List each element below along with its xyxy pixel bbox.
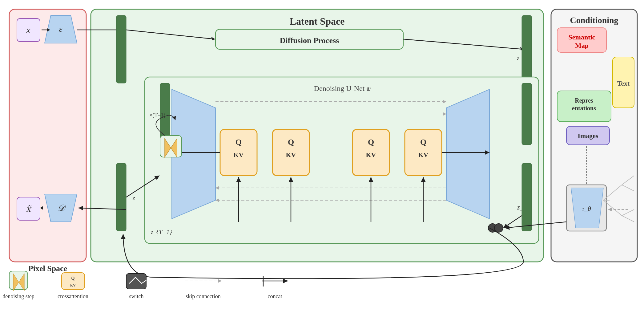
diffusion-process-label: Diffusion Process [280, 36, 339, 45]
tau-label: τ_θ [582, 205, 591, 213]
repres-label2: entations [572, 105, 596, 112]
unet-theta: θ [368, 86, 371, 92]
pixel-space-title: Pixel Space [28, 264, 67, 273]
legend-denoise-label: denoising step [2, 293, 34, 299]
latent-space-title: Latent Space [290, 16, 345, 27]
pillar-left-bot [116, 163, 126, 231]
pillar-right-1 [522, 15, 532, 83]
attn-kv-4: KV [418, 151, 429, 159]
attn-q-4: Q [420, 138, 426, 147]
attn-kv-1: KV [234, 151, 244, 159]
legend-switch-icon [126, 274, 146, 289]
denoising-step-icon-main [160, 136, 182, 157]
attn-q-3: Q [368, 138, 374, 147]
t-minus-1-label: ×(T−1) [149, 112, 165, 119]
zt-1-label: z_{T−1} [151, 229, 172, 235]
legend-denoise-icon [9, 271, 28, 290]
unet-right-trap [446, 89, 489, 219]
concat-switch-dot2 [494, 224, 503, 232]
attn-q-1: Q [235, 138, 242, 147]
attn-kv-2: KV [286, 151, 296, 159]
images-label: Images [578, 132, 598, 140]
pixel-space-box [9, 9, 86, 262]
attn-kv-3: KV [366, 151, 376, 159]
legend-attn-q: Q [71, 276, 75, 281]
legend-concat-label: concat [268, 293, 282, 299]
repres-label1: Repres [575, 97, 593, 104]
attn-q-2: Q [288, 138, 294, 147]
legend-attn-label: crossattention [58, 293, 88, 299]
pillar-inner-right [522, 83, 532, 145]
legend-attn-kv: KV [70, 283, 76, 287]
semantic-map-label2: Map [575, 42, 589, 49]
unet-label: Denoising U-Net ε [314, 84, 370, 92]
pillar-right-bot [522, 163, 532, 231]
legend-skip-label: skip connection [186, 293, 220, 299]
pillar-left-1 [116, 15, 126, 83]
text-label: Text [617, 79, 630, 87]
semantic-map-label: Semantic [569, 33, 595, 41]
legend-switch-label: switch [129, 293, 144, 299]
conditioning-title: Conditioning [570, 15, 618, 25]
z-label-bot: z [132, 194, 135, 202]
encoder-label: ε [59, 24, 62, 34]
x-label: x [26, 24, 30, 35]
